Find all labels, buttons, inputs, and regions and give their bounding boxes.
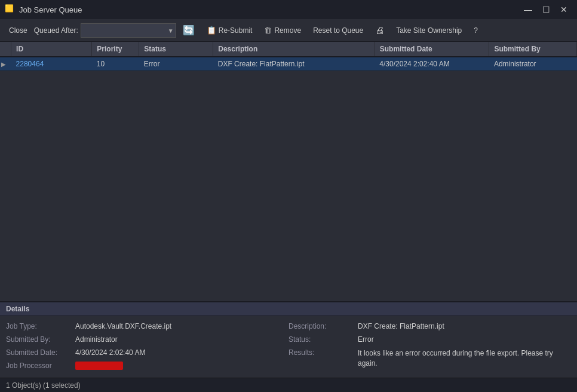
col-header-id[interactable]: ID bbox=[11, 42, 92, 57]
status-bar: 1 Object(s) (1 selected) bbox=[0, 378, 577, 392]
table-header-row: ID Priority Status Description Submitted… bbox=[0, 42, 577, 57]
description-label: Description: bbox=[288, 322, 354, 330]
submitted-by-row: Submitted By: Administrator bbox=[6, 334, 288, 345]
col-header-description[interactable]: Description bbox=[213, 42, 375, 57]
take-site-ownership-button[interactable]: Take Site Ownership bbox=[391, 22, 467, 39]
print-button[interactable]: 🖨 bbox=[370, 22, 389, 39]
row-description: DXF Create: FlatPattern.ipt bbox=[213, 57, 375, 71]
take-site-ownership-label: Take Site Ownership bbox=[396, 26, 462, 35]
details-right: Description: DXF Create: FlatPattern.ipt… bbox=[288, 321, 571, 373]
job-processor-bar bbox=[75, 362, 123, 370]
toolbar: Close Queued After: ▼ 🔄 📋 Re-Submit 🗑 Re… bbox=[0, 19, 577, 42]
remove-icon: 🗑 bbox=[264, 26, 272, 35]
help-label: ? bbox=[474, 26, 478, 35]
status-value: Error bbox=[358, 335, 571, 344]
job-processor-row: Job Processor bbox=[6, 360, 288, 373]
title-bar-controls: — ☐ ✕ bbox=[520, 1, 572, 18]
description-value: DXF Create: FlatPattern.ipt bbox=[358, 322, 571, 330]
window-title: Job Server Queue bbox=[19, 5, 520, 14]
queued-after-dropdown-wrapper[interactable]: ▼ bbox=[81, 23, 176, 38]
remove-button[interactable]: 🗑 Remove bbox=[259, 22, 306, 39]
queued-after-label: Queued After: bbox=[34, 26, 78, 35]
minimize-button[interactable]: — bbox=[520, 1, 536, 18]
refresh-button[interactable]: 🔄 bbox=[177, 22, 200, 39]
row-submitted-date: 4/30/2024 2:02:40 AM bbox=[375, 57, 489, 71]
job-table-area: ID Priority Status Description Submitted… bbox=[0, 42, 577, 301]
job-type-value: Autodesk.Vault.DXF.Create.ipt bbox=[75, 322, 288, 330]
row-submitted-by: Administrator bbox=[489, 57, 577, 71]
reset-to-queue-button[interactable]: Reset to Queue bbox=[308, 22, 369, 39]
resubmit-icon: 📋 bbox=[207, 26, 216, 35]
job-table: ID Priority Status Description Submitted… bbox=[0, 42, 577, 71]
description-row: Description: DXF Create: FlatPattern.ipt bbox=[288, 321, 571, 332]
table-row[interactable]: ▶228046410ErrorDXF Create: FlatPattern.i… bbox=[0, 57, 577, 71]
details-panel: Details Job Type: Autodesk.Vault.DXF.Cre… bbox=[0, 301, 577, 378]
title-bar: 🟨 Job Server Queue — ☐ ✕ bbox=[0, 0, 577, 19]
col-header-status[interactable]: Status bbox=[139, 42, 213, 57]
window-close-button[interactable]: ✕ bbox=[555, 1, 572, 18]
resubmit-button[interactable]: 📋 Re-Submit bbox=[201, 22, 258, 39]
job-processor-label: Job Processor bbox=[6, 362, 72, 370]
submitted-by-value: Administrator bbox=[75, 335, 288, 344]
results-row: Results: It looks like an error occurred… bbox=[288, 347, 571, 370]
results-label: Results: bbox=[288, 348, 354, 357]
resubmit-label: Re-Submit bbox=[219, 26, 253, 35]
job-type-row: Job Type: Autodesk.Vault.DXF.Create.ipt bbox=[6, 321, 288, 332]
status-row: Status: Error bbox=[288, 334, 571, 345]
details-body: Job Type: Autodesk.Vault.DXF.Create.ipt … bbox=[0, 316, 577, 378]
row-status: Error bbox=[139, 57, 213, 71]
row-id: 2280464 bbox=[11, 57, 92, 71]
results-value: It looks like an error occurred during t… bbox=[358, 348, 571, 369]
submitted-date-value: 4/30/2024 2:02:40 AM bbox=[75, 348, 288, 357]
app-icon: 🟨 bbox=[5, 4, 16, 15]
remove-label: Remove bbox=[274, 26, 301, 35]
job-type-label: Job Type: bbox=[6, 322, 72, 330]
col-header-priority[interactable]: Priority bbox=[92, 42, 139, 57]
row-arrow: ▶ bbox=[0, 57, 11, 71]
details-header: Details bbox=[0, 302, 577, 316]
col-header-arrow bbox=[0, 42, 11, 57]
col-header-submitted-date[interactable]: Submitted Date bbox=[375, 42, 489, 57]
submitted-date-label: Submitted Date: bbox=[6, 348, 72, 357]
close-label: Close bbox=[9, 26, 27, 35]
queued-after-group: Queued After: ▼ bbox=[34, 23, 176, 38]
maximize-button[interactable]: ☐ bbox=[538, 1, 554, 18]
queued-after-select[interactable] bbox=[81, 23, 176, 38]
status-label: Status: bbox=[288, 335, 354, 344]
print-icon: 🖨 bbox=[375, 25, 384, 35]
submitted-date-row: Submitted Date: 4/30/2024 2:02:40 AM bbox=[6, 347, 288, 358]
job-processor-value bbox=[75, 362, 288, 372]
col-header-submitted-by[interactable]: Submitted By bbox=[489, 42, 577, 57]
status-text: 1 Object(s) (1 selected) bbox=[6, 381, 81, 390]
details-left: Job Type: Autodesk.Vault.DXF.Create.ipt … bbox=[6, 321, 288, 373]
reset-to-queue-label: Reset to Queue bbox=[313, 26, 363, 35]
row-priority: 10 bbox=[92, 57, 139, 71]
close-button[interactable]: Close bbox=[4, 22, 33, 39]
refresh-icon: 🔄 bbox=[183, 24, 195, 36]
table-body: ▶228046410ErrorDXF Create: FlatPattern.i… bbox=[0, 57, 577, 71]
help-button[interactable]: ? bbox=[468, 22, 483, 39]
submitted-by-label: Submitted By: bbox=[6, 335, 72, 344]
